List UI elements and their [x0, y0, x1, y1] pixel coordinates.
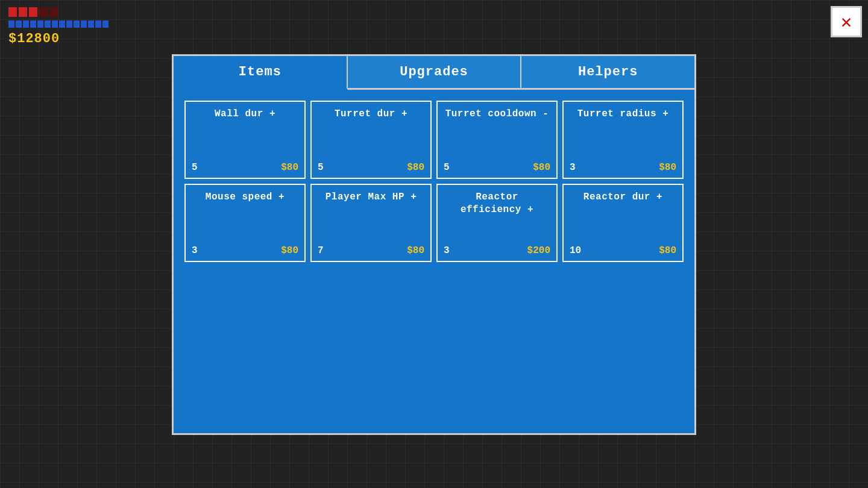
- item-card[interactable]: Turret radius + 3 $80: [562, 101, 684, 179]
- item-name: Reactor dur +: [570, 191, 676, 204]
- items-grid: Wall dur + 5 $80 Turret dur + 5 $80 Turr…: [174, 90, 694, 433]
- item-level: 5: [444, 162, 450, 173]
- tab-helpers[interactable]: Helpers: [521, 56, 694, 88]
- item-level: 5: [318, 162, 324, 173]
- item-footer: 5 $80: [192, 162, 298, 173]
- item-level: 3: [192, 245, 198, 256]
- item-name: Reactor efficiency +: [444, 191, 550, 216]
- health-block: [8, 7, 17, 17]
- item-footer: 7 $80: [318, 245, 424, 256]
- item-price: $80: [533, 162, 550, 173]
- item-name: Turret radius +: [570, 108, 676, 120]
- energy-block: [59, 20, 65, 28]
- item-card[interactable]: Turret dur + 5 $80: [310, 101, 432, 179]
- energy-block: [45, 20, 51, 28]
- item-footer: 3 $80: [192, 245, 298, 256]
- item-price: $80: [407, 162, 424, 173]
- item-footer: 10 $80: [570, 245, 676, 256]
- health-block: [29, 7, 37, 17]
- item-name: Turret dur +: [318, 108, 424, 120]
- item-name: Player Max HP +: [318, 191, 424, 204]
- hud: $12800: [8, 7, 108, 46]
- energy-block: [30, 20, 36, 28]
- energy-block: [8, 20, 14, 28]
- energy-block: [66, 20, 72, 28]
- close-button[interactable]: ✕: [831, 6, 862, 37]
- item-card[interactable]: Turret cooldown - 5 $80: [436, 101, 558, 179]
- item-level: 3: [444, 245, 450, 256]
- item-name: Wall dur +: [192, 108, 298, 120]
- item-price: $80: [659, 162, 676, 173]
- energy-block: [95, 20, 101, 28]
- item-card[interactable]: Wall dur + 5 $80: [184, 101, 306, 179]
- item-footer: 5 $80: [444, 162, 550, 173]
- item-price: $80: [407, 245, 424, 256]
- item-level: 5: [192, 162, 198, 173]
- item-price: $80: [281, 245, 298, 256]
- energy-block: [102, 20, 108, 28]
- energy-block: [37, 20, 43, 28]
- item-footer: 5 $80: [318, 162, 424, 173]
- energy-block: [74, 20, 80, 28]
- health-block: [49, 7, 58, 17]
- item-card[interactable]: Reactor efficiency + 3 $200: [436, 184, 558, 262]
- item-price: $80: [659, 245, 676, 256]
- energy-bar: [8, 20, 108, 28]
- money-display: $12800: [8, 31, 108, 46]
- energy-block: [52, 20, 58, 28]
- tab-items[interactable]: Items: [174, 56, 348, 90]
- tab-upgrades[interactable]: Upgrades: [348, 56, 522, 88]
- energy-block: [88, 20, 94, 28]
- energy-block: [81, 20, 87, 28]
- item-card[interactable]: Mouse speed + 3 $80: [184, 184, 306, 262]
- item-price: $200: [527, 245, 550, 256]
- item-card[interactable]: Reactor dur + 10 $80: [562, 184, 684, 262]
- item-level: 10: [570, 245, 581, 256]
- energy-block: [23, 20, 29, 28]
- energy-block: [16, 20, 22, 28]
- shop-tabs: Items Upgrades Helpers: [174, 56, 694, 90]
- item-level: 3: [570, 162, 576, 173]
- health-bar: [8, 7, 108, 17]
- item-name: Turret cooldown -: [444, 108, 550, 120]
- item-footer: 3 $200: [444, 245, 550, 256]
- item-card[interactable]: Player Max HP + 7 $80: [310, 184, 432, 262]
- health-block: [39, 7, 48, 17]
- health-block: [19, 7, 27, 17]
- item-price: $80: [281, 162, 298, 173]
- shop-panel: Items Upgrades Helpers Wall dur + 5 $80 …: [172, 54, 696, 435]
- item-name: Mouse speed +: [192, 191, 298, 204]
- item-footer: 3 $80: [570, 162, 676, 173]
- item-level: 7: [318, 245, 324, 256]
